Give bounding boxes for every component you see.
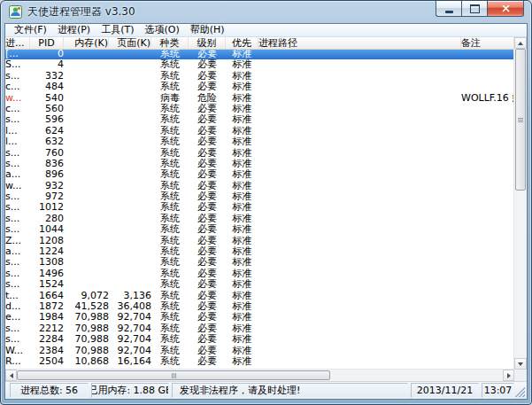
horizontal-scroll-thumb[interactable] xyxy=(17,370,330,380)
column-header-mem[interactable]: 内存(K) xyxy=(64,37,109,49)
vertical-scrollbar[interactable] xyxy=(513,37,527,370)
cell-prio: 标准 xyxy=(226,346,258,356)
table-row[interactable]: l...624系统必要标准 xyxy=(5,126,514,136)
table-row[interactable]: s...1012系统必要标准 xyxy=(5,202,514,213)
table-row[interactable]: c...484系统必要标准 xyxy=(5,82,514,92)
table-row[interactable]: s...1308系统必要标准 xyxy=(5,257,514,268)
table-row[interactable]: s...836系统必要标准 xyxy=(5,159,514,169)
table-rows: [...0系统必要标准S...4系统必要标准s...332系统必要标准c...4… xyxy=(5,49,514,370)
table-row[interactable]: s...280系统必要标准 xyxy=(5,214,514,224)
cell-kind: 系统 xyxy=(151,356,189,367)
cell-prio: 标准 xyxy=(226,93,258,104)
menu-file[interactable]: 文件(F) xyxy=(10,24,51,36)
table-row[interactable]: s...1496系统必要标准 xyxy=(5,269,514,279)
cell-pid: 0 xyxy=(30,49,64,59)
cell-kind: 系统 xyxy=(151,323,189,334)
table-row[interactable]: s...221270,98892,704系统必要标准 xyxy=(5,323,514,334)
cell-prio: 标准 xyxy=(226,279,258,290)
cell-kind: 系统 xyxy=(151,114,189,125)
menu-process[interactable]: 进程(P) xyxy=(53,24,95,36)
cell-level: 必要 xyxy=(189,214,226,224)
column-header-path[interactable]: 进程路径 xyxy=(258,37,461,49)
cell-kind: 病毒 xyxy=(151,93,189,104)
cell-pid: 596 xyxy=(30,114,64,125)
cell-level: 必要 xyxy=(189,279,226,290)
cell-level: 必要 xyxy=(189,148,226,159)
cell-prio: 标准 xyxy=(226,236,258,246)
maximize-button[interactable] xyxy=(461,1,487,17)
table-row[interactable]: d...187241,52836,408系统必要标准 xyxy=(5,301,514,312)
column-header-prio[interactable]: 优先 xyxy=(226,37,258,49)
table-row[interactable]: s...228470,98892,704系统必要标准 xyxy=(5,334,514,345)
table-row[interactable]: s...596系统必要标准 xyxy=(5,114,514,125)
table-row[interactable]: s...1524系统必要标准 xyxy=(5,279,514,290)
cell-level: 危险 xyxy=(189,93,226,104)
column-header-level[interactable]: 级别 xyxy=(189,37,226,49)
table-row[interactable]: w...932系统必要标准 xyxy=(5,181,514,191)
column-header-pid[interactable]: PID xyxy=(30,37,64,49)
menu-help[interactable]: 帮助(H) xyxy=(186,24,229,36)
status-memory-used: 已用内存: 1.88 GB xyxy=(91,383,169,398)
cell-kind: 系统 xyxy=(151,191,189,202)
table-header: 进...PID内存(K)页面(K)种类级别优先进程路径备注 xyxy=(5,37,514,50)
vertical-scroll-thumb[interactable] xyxy=(515,49,526,191)
cell-name: s... xyxy=(5,224,30,235)
cell-name: e... xyxy=(5,312,30,323)
table-row[interactable]: c...560系统必要标准 xyxy=(5,104,514,114)
table-row[interactable]: R...250410,86816,164系统必要标准 xyxy=(5,356,514,367)
column-header-kind[interactable]: 种类 xyxy=(151,37,189,49)
scroll-up-button[interactable] xyxy=(514,37,527,49)
table-row[interactable]: s...972系统必要标准 xyxy=(5,191,514,202)
minimize-button[interactable] xyxy=(436,1,461,17)
cell-prio: 标准 xyxy=(226,257,258,268)
horizontal-scrollbar[interactable] xyxy=(5,369,514,381)
cell-mem: 70,988 xyxy=(64,346,109,356)
cell-name: s... xyxy=(5,148,30,159)
cell-prio: 标准 xyxy=(226,71,258,82)
menu-tools[interactable]: 工具(T) xyxy=(96,24,138,36)
table-row[interactable]: e...198470,98892,704系统必要标准 xyxy=(5,312,514,323)
table-row[interactable]: a...1224系统必要标准 xyxy=(5,246,514,257)
cell-pid: 1012 xyxy=(30,202,64,213)
resize-grip[interactable] xyxy=(515,387,525,397)
client-area: 文件(F) 进程(P) 工具(T) 选项(O) 帮助(H) 进...PID内存(… xyxy=(4,23,528,400)
cell-kind: 系统 xyxy=(151,104,189,114)
table-row[interactable]: w...540病毒危险标准WOLLF.16 病毒 xyxy=(5,93,514,104)
titlebar[interactable]: 天使进程管理器 v3.30 xyxy=(1,1,531,23)
table-row[interactable]: t...16649,0723,136系统必要标准 xyxy=(5,291,514,301)
cell-kind: 系统 xyxy=(151,346,189,356)
column-header-name[interactable]: 进... xyxy=(5,37,30,49)
cell-kind: 系统 xyxy=(151,169,189,180)
table-row[interactable]: Z...1208系统必要标准 xyxy=(5,236,514,246)
table-row[interactable]: s...332系统必要标准 xyxy=(5,71,514,82)
table-row[interactable]: l...632系统必要标准 xyxy=(5,136,514,147)
cell-prio: 标准 xyxy=(226,202,258,213)
cell-pid: 836 xyxy=(30,159,64,169)
cell-pid: 560 xyxy=(30,104,64,114)
column-header-page[interactable]: 页面(K) xyxy=(109,37,151,49)
scroll-down-button[interactable] xyxy=(514,358,527,370)
menu-options[interactable]: 选项(O) xyxy=(140,24,183,36)
cell-pid: 1496 xyxy=(30,269,64,279)
table-row[interactable]: a...896系统必要标准 xyxy=(5,169,514,180)
app-window: 天使进程管理器 v3.30 文件(F) 进程(P) 工具(T) 选项(O) 帮助… xyxy=(0,0,532,405)
cell-prio: 标准 xyxy=(226,214,258,224)
table-row[interactable]: [...0系统必要标准 xyxy=(5,49,514,59)
cell-level: 必要 xyxy=(189,169,226,180)
table-row[interactable]: S...4系统必要标准 xyxy=(5,59,514,70)
cell-level: 必要 xyxy=(189,246,226,257)
table-row[interactable]: s...760系统必要标准 xyxy=(5,148,514,159)
table-row[interactable]: W...238470,98892,704系统必要标准 xyxy=(5,346,514,356)
minimize-icon xyxy=(445,11,453,13)
scroll-left-button[interactable] xyxy=(5,370,17,381)
status-process-total: 进程总数: 56 xyxy=(10,383,89,398)
close-button[interactable] xyxy=(487,1,524,17)
column-header-note[interactable]: 备注 xyxy=(461,37,514,49)
table-row[interactable]: s...1044系统必要标准 xyxy=(5,224,514,235)
cell-name: s... xyxy=(5,202,30,213)
cell-kind: 系统 xyxy=(151,71,189,82)
cell-kind: 系统 xyxy=(151,136,189,147)
scroll-right-button[interactable] xyxy=(503,370,514,381)
cell-name: s... xyxy=(5,269,30,279)
cell-pid: 1308 xyxy=(30,257,64,268)
